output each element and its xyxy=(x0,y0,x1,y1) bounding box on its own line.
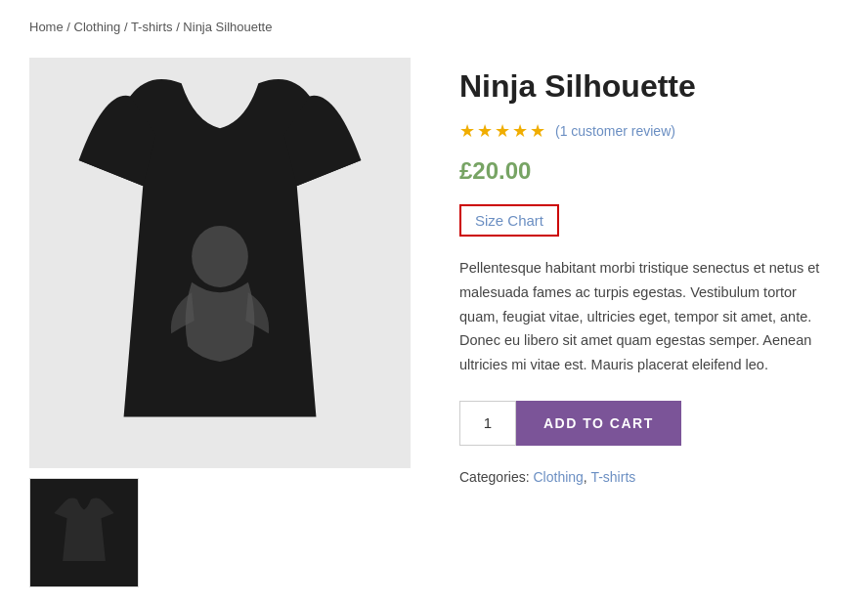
svg-point-0 xyxy=(192,226,248,287)
add-to-cart-row: ADD TO CART xyxy=(459,401,839,446)
breadcrumb-clothing[interactable]: Clothing xyxy=(74,20,121,34)
size-chart-box: Size Chart xyxy=(459,204,559,237)
breadcrumb-tshirts[interactable]: T-shirts xyxy=(131,20,173,34)
quantity-input[interactable] xyxy=(459,401,516,446)
category-tshirts[interactable]: T-shirts xyxy=(590,469,635,485)
thumbnail-1[interactable] xyxy=(29,478,139,587)
rating-row: ★★★★★ (1 customer review) xyxy=(459,120,839,142)
category-clothing[interactable]: Clothing xyxy=(533,469,583,485)
review-link[interactable]: (1 customer review) xyxy=(555,123,675,139)
categories-row: Categories: Clothing, T-shirts xyxy=(459,469,839,485)
thumbnail-row xyxy=(29,478,411,587)
star-rating: ★★★★★ xyxy=(459,120,547,142)
size-chart-link[interactable]: Size Chart xyxy=(475,212,543,229)
product-details: Ninja Silhouette ★★★★★ (1 customer revie… xyxy=(459,58,839,485)
thumbnail-1-svg xyxy=(50,494,118,572)
breadcrumb: Home / Clothing / T-shirts / Ninja Silho… xyxy=(29,20,839,34)
tshirt-main-svg xyxy=(29,58,411,468)
breadcrumb-current: Ninja Silhouette xyxy=(183,20,272,34)
product-layout: Ninja Silhouette ★★★★★ (1 customer revie… xyxy=(29,58,839,587)
product-images xyxy=(29,58,411,587)
add-to-cart-button[interactable]: ADD TO CART xyxy=(516,401,681,446)
product-description: Pellentesque habitant morbi tristique se… xyxy=(459,256,831,376)
categories-label: Categories: xyxy=(459,469,530,485)
product-title: Ninja Silhouette xyxy=(459,67,839,105)
breadcrumb-home[interactable]: Home xyxy=(29,20,64,34)
product-price: £20.00 xyxy=(459,157,839,185)
main-product-image xyxy=(29,58,411,468)
